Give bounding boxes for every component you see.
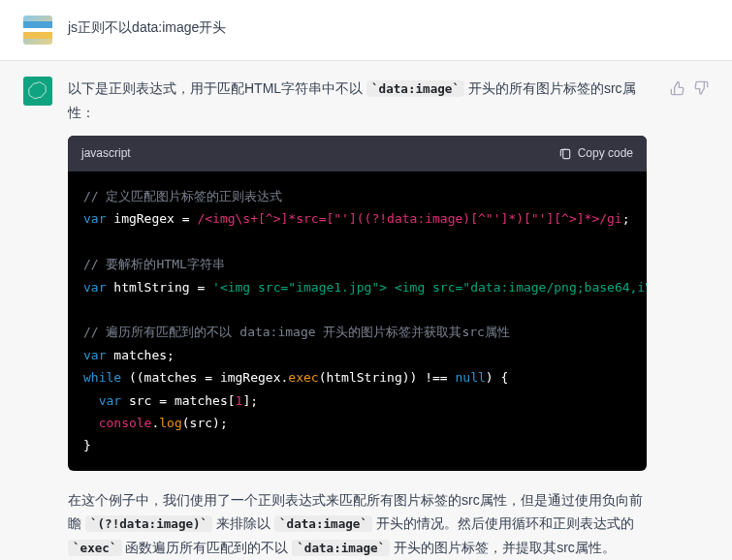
outro-text-5: 开头的图片标签，并提取其src属性。 [390,540,616,555]
clipboard-icon [558,147,572,161]
svg-rect-0 [562,149,569,158]
thumbs-down-icon[interactable] [693,80,709,100]
code-header: javascript Copy code [68,136,647,171]
inline-code-data-image: `data:image` [366,80,464,97]
thumbs-up-icon[interactable] [670,80,685,100]
outro-text-2: 来排除以 [212,515,274,531]
inline-code-exec: `exec` [68,540,122,556]
outro-text-4: 函数遍历所有匹配到的不以 [122,540,293,555]
copy-code-button[interactable]: Copy code [558,143,633,164]
outro-text-3: 开头的情况。然后使用循环和正则表达式的 [372,515,634,531]
assistant-content: 以下是正则表达式，用于匹配HTML字符串中不以 `data:image` 开头的… [68,77,647,560]
user-text: js正则不以data:image开头 [68,16,709,45]
user-avatar [23,16,52,45]
code-content[interactable]: // 定义匹配图片标签的正则表达式 var imgRegex = /<img\s… [68,171,647,471]
inline-code-data-image-2: `data:image` [274,515,372,532]
code-block: javascript Copy code // 定义匹配图片标签的正则表达式 v… [68,136,647,471]
user-message: js正则不以data:image开头 [0,0,732,60]
assistant-message: 以下是正则表达式，用于匹配HTML字符串中不以 `data:image` 开头的… [0,60,732,560]
inline-code-data-image-3: `data:image` [292,540,390,556]
inline-code-lookahead: `(?!data:image)` [85,515,212,532]
intro-text-1: 以下是正则表达式，用于匹配HTML字符串中不以 [68,80,366,96]
intro-paragraph: 以下是正则表达式，用于匹配HTML字符串中不以 `data:image` 开头的… [68,77,647,124]
feedback-actions [670,77,709,560]
assistant-avatar [23,77,52,106]
outro-paragraph: 在这个例子中，我们使用了一个正则表达式来匹配所有图片标签的src属性，但是通过使… [68,488,647,560]
copy-label: Copy code [578,143,633,164]
code-language-label: javascript [81,143,131,164]
